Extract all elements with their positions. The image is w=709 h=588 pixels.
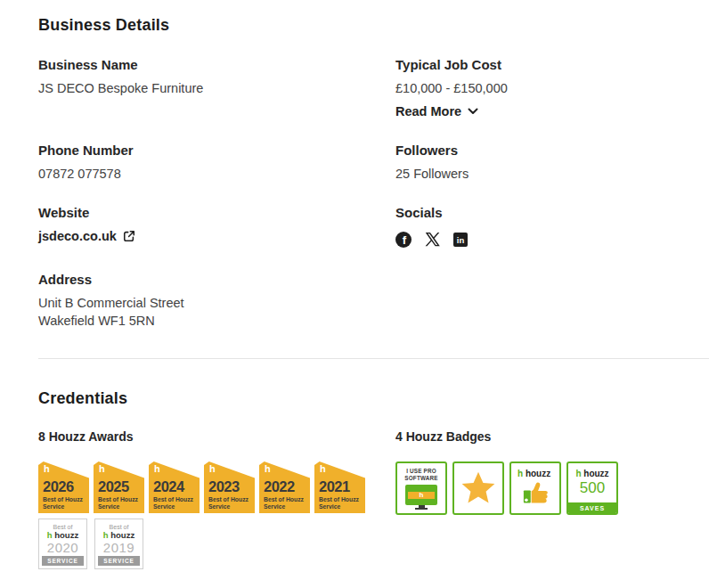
award-badge-2022[interactable]: h 2022 Best of Houzz Service bbox=[259, 461, 310, 513]
award-service-bar: SERVICE bbox=[42, 556, 84, 566]
houzz-logo: h houzz bbox=[517, 469, 559, 478]
business-name-label: Business Name bbox=[38, 56, 395, 74]
award-line1: Best of Houzz bbox=[264, 496, 304, 502]
award-line2: Service bbox=[208, 503, 230, 510]
saves-bar: SAVES bbox=[568, 502, 616, 513]
award-best-of: Best of bbox=[53, 524, 73, 530]
houzz-wordmark: houzz bbox=[109, 530, 135, 540]
website-label: Website bbox=[38, 204, 395, 222]
award-line2: Service bbox=[43, 503, 64, 510]
phone-label: Phone Number bbox=[38, 142, 395, 159]
linkedin-icon[interactable]: in bbox=[453, 233, 468, 247]
houzz-wordmark: houzz bbox=[582, 469, 609, 478]
houzz-h-icon: h bbox=[44, 463, 50, 474]
houzz-logo: h houzz bbox=[568, 469, 616, 478]
section-divider bbox=[38, 358, 709, 359]
monitor-base bbox=[415, 508, 428, 510]
read-more-button[interactable]: Read More bbox=[395, 102, 478, 120]
flag-badge-row: h 2026 Best of Houzz Service h 2025 Best… bbox=[38, 461, 377, 513]
houzz-logo: h houzz bbox=[103, 530, 134, 540]
award-line1: Best of Houzz bbox=[153, 496, 193, 502]
houzz-h-icon: h bbox=[420, 492, 424, 499]
houzz-wordmark: houzz bbox=[53, 530, 79, 540]
monitor-icon: h bbox=[405, 485, 437, 505]
followers-field: Followers 25 Followers bbox=[395, 142, 709, 183]
facebook-icon[interactable]: f bbox=[395, 232, 412, 248]
award-badge-2020[interactable]: Best of h houzz 2020 SERVICE bbox=[38, 519, 87, 569]
website-field: Website jsdeco.co.uk bbox=[38, 204, 395, 245]
card-badge-row: Best of h houzz 2020 SERVICE Best of h h… bbox=[38, 519, 395, 569]
award-year: 2026 bbox=[43, 478, 74, 495]
recommended-badge[interactable]: h houzz bbox=[509, 461, 561, 515]
houzz-h-icon: h bbox=[265, 463, 271, 474]
star-icon bbox=[454, 463, 502, 513]
award-line2: Service bbox=[153, 503, 175, 510]
pro-software-line1: I USE PRO bbox=[397, 468, 445, 475]
award-year: 2023 bbox=[208, 478, 240, 495]
socials-icons: f in bbox=[395, 230, 709, 249]
pro-software-line2: SOFTWARE bbox=[397, 475, 445, 482]
award-badge-2019[interactable]: Best of h houzz 2019 SERVICE bbox=[94, 519, 143, 569]
award-badge-2026[interactable]: h 2026 Best of Houzz Service bbox=[38, 461, 89, 513]
address-label: Address bbox=[38, 271, 395, 289]
external-link-icon bbox=[123, 230, 135, 242]
houzz-badges-column: 4 Houzz Badges I USE PRO SOFTWARE h bbox=[395, 429, 709, 515]
award-line1: Best of Houzz bbox=[319, 496, 359, 502]
pro-software-text: I USE PRO SOFTWARE bbox=[397, 468, 445, 481]
houzz-badges-row: I USE PRO SOFTWARE h bbox=[395, 461, 709, 515]
credentials-section: Credentials 8 Houzz Awards h 2026 Best o… bbox=[38, 389, 709, 569]
business-name-value: JS DECO Bespoke Furniture bbox=[38, 79, 395, 97]
phone-value: 07872 077578 bbox=[38, 165, 395, 183]
award-service-bar: SERVICE bbox=[98, 556, 140, 566]
followers-label: Followers bbox=[395, 142, 709, 159]
typical-job-cost-field: Typical Job Cost £10,000 - £150,000 Read… bbox=[395, 56, 709, 120]
typical-job-cost-label: Typical Job Cost bbox=[395, 56, 709, 74]
award-badge-2024[interactable]: h 2024 Best of Houzz Service bbox=[149, 461, 200, 513]
award-year: 2021 bbox=[319, 478, 350, 495]
pro-software-badge[interactable]: I USE PRO SOFTWARE h bbox=[395, 461, 447, 515]
houzz-logo: h houzz bbox=[47, 530, 78, 540]
phone-field: Phone Number 07872 077578 bbox=[38, 142, 395, 183]
address-line1: Unit B Commercial Street bbox=[38, 294, 395, 312]
x-icon[interactable] bbox=[425, 233, 440, 247]
read-more-label: Read More bbox=[395, 102, 461, 120]
socials-label: Socials bbox=[395, 204, 709, 222]
houzz-h-icon: h bbox=[320, 463, 326, 474]
award-year: 2022 bbox=[264, 478, 295, 495]
award-line1: Best of Houzz bbox=[208, 496, 249, 502]
business-details-grid: Business Name JS DECO Bespoke Furniture … bbox=[38, 56, 709, 330]
award-line1: Best of Houzz bbox=[98, 496, 138, 502]
star-badge[interactable] bbox=[452, 461, 504, 515]
award-badge-2025[interactable]: h 2025 Best of Houzz Service bbox=[94, 461, 144, 513]
awards-badge-rows: h 2026 Best of Houzz Service h 2025 Best… bbox=[38, 461, 395, 569]
award-year: 2020 bbox=[47, 540, 78, 555]
business-name-field: Business Name JS DECO Bespoke Furniture bbox=[38, 56, 395, 97]
address-field: Address Unit B Commercial Street Wakefie… bbox=[38, 271, 395, 330]
award-line2: Service bbox=[264, 503, 285, 510]
website-url: jsdeco.co.uk bbox=[38, 227, 117, 245]
saves-500-badge[interactable]: h houzz 500 SAVES bbox=[566, 461, 618, 515]
award-year: 2024 bbox=[153, 478, 184, 495]
followers-value: 25 Followers bbox=[395, 165, 709, 183]
business-profile-page: Business Details Business Name JS DECO B… bbox=[0, 0, 709, 588]
houzz-h-icon: h bbox=[209, 463, 216, 474]
award-best-of: Best of bbox=[110, 524, 129, 530]
website-link[interactable]: jsdeco.co.uk bbox=[38, 227, 135, 245]
award-line2: Service bbox=[319, 503, 340, 510]
houzz-awards-heading: 8 Houzz Awards bbox=[38, 429, 395, 444]
saves-count: 500 bbox=[568, 479, 616, 496]
thumbs-up-icon bbox=[520, 480, 550, 505]
award-badge-2023[interactable]: h 2023 Best of Houzz Service bbox=[204, 461, 255, 513]
award-badge-2021[interactable]: h 2021 Best of Houzz Service bbox=[314, 461, 365, 513]
houzz-badges-heading: 4 Houzz Badges bbox=[395, 429, 709, 444]
houzz-wordmark: houzz bbox=[523, 469, 550, 478]
address-line2: Wakefield WF1 5RN bbox=[38, 312, 395, 330]
business-details-title: Business Details bbox=[38, 16, 709, 35]
award-line2: Service bbox=[98, 503, 119, 510]
typical-job-cost-value: £10,000 - £150,000 bbox=[395, 79, 709, 97]
houzz-h-icon: h bbox=[99, 463, 105, 474]
houzz-awards-column: 8 Houzz Awards h 2026 Best of Houzz Serv… bbox=[38, 429, 395, 569]
credentials-title: Credentials bbox=[38, 389, 709, 408]
houzz-h-icon: h bbox=[154, 463, 160, 474]
socials-field: Socials f in bbox=[395, 204, 709, 249]
